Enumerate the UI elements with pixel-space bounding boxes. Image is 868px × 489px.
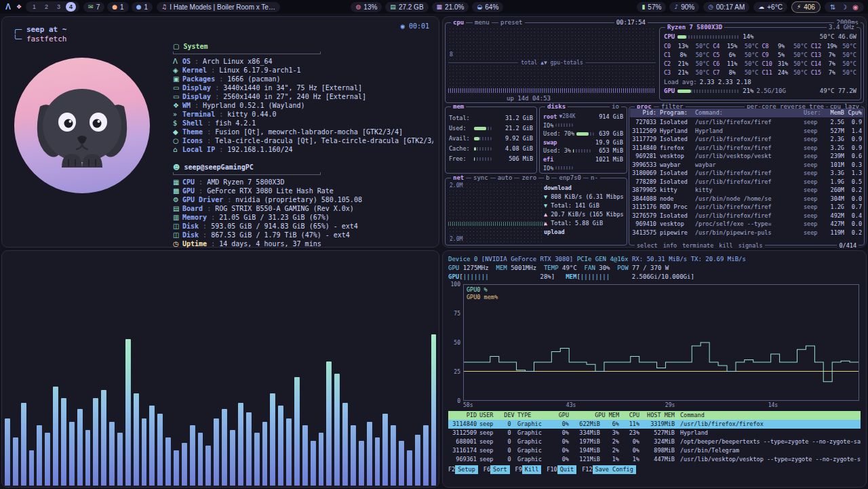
col-gpu[interactable]: GPU (550, 411, 569, 420)
cell-command: /usr/bin/Telegram (680, 446, 861, 455)
arch-logo-icon[interactable]: Λ (4, 2, 12, 12)
fkey-kill[interactable]: F9Kill (515, 465, 542, 474)
fkey-sort[interactable]: F6Sort (484, 465, 510, 474)
clock-widget[interactable]: ◷ 00:17 AM (703, 2, 749, 12)
gpu-process-row[interactable]: 969361seep0Graphic0%121MiB1%1%447MiB/usr… (448, 455, 861, 464)
process-row[interactable]: 3996533waybarwaybarseep101M0.3 (631, 161, 862, 170)
col-gpu-mem[interactable]: GPU MEM (569, 411, 619, 420)
process-row[interactable]: 3180069Isolated/usr/lib/firefox/firefsee… (631, 169, 862, 178)
mem-box-title[interactable]: mem (451, 103, 466, 111)
disks-box-title[interactable]: disks (545, 103, 568, 111)
memory-widget[interactable]: ▤27.2 GB (385, 2, 428, 12)
process-row[interactable]: 3844088node/usr/bin/node /home/seseep304… (631, 195, 862, 203)
net-tab-sync[interactable]: sync (471, 174, 490, 182)
apps-icon[interactable]: ❖ (16, 3, 22, 10)
net-tab-auto[interactable]: auto (496, 174, 515, 182)
io-tab[interactable]: io (610, 103, 621, 111)
fkey-quit[interactable]: F10Quit (547, 465, 576, 474)
process-row[interactable]: 969410vesktop/proc/self/exe --type=seep4… (631, 220, 862, 229)
network-icon[interactable]: ⇅ (830, 3, 835, 11)
workspace-button-2[interactable]: 2 (41, 2, 52, 12)
process-row[interactable]: 727033Isolated/usr/lib/firefox/firefseep… (631, 118, 862, 127)
col-dev[interactable]: DEV (501, 411, 517, 420)
cava-terminal[interactable] (1, 250, 439, 488)
info-label: Icons (182, 136, 203, 145)
process-row[interactable]: 3413575pipewire/usr/bin/pipewire-pulssee… (631, 229, 862, 237)
col-command[interactable]: Command (680, 411, 861, 420)
headset-battery-widget[interactable]: ▮57% (637, 2, 666, 12)
process-row[interactable]: 3117729Isolated/usr/lib/firefox/firefsee… (631, 135, 862, 144)
btop-terminal[interactable]: cpu menu preset 00:17:54 2000ms total ▲▼… (442, 16, 867, 248)
proc-col-user[interactable]: User: (804, 109, 824, 117)
workspace-button-4[interactable]: 4 (66, 2, 76, 12)
gpu-process-row[interactable]: 688001seep0Graphic0%197MiB2%0%324MiB/opt… (448, 437, 861, 446)
proc-action-kill[interactable]: kill (719, 242, 732, 249)
visualizer-bar-5 (45, 433, 50, 486)
proc-action-info[interactable]: info (663, 242, 677, 249)
workspace-button-1[interactable]: 1 (29, 2, 39, 12)
cpu-widget[interactable]: ▦21.0% (432, 2, 469, 12)
temperature-widget[interactable]: ◍13% (351, 2, 382, 12)
gpu-process-row[interactable]: 3116174seep0Graphic0%194MiB2%0%898MiB/us… (448, 446, 861, 455)
disk-widget[interactable]: ◒64% (472, 2, 503, 12)
col-cpu[interactable]: CPU (619, 411, 639, 420)
process-row[interactable]: 3879905kittykittyseep260M0.2 (631, 186, 862, 195)
process-row[interactable]: 3276579Isolated/usr/lib/firefox/firefsee… (631, 212, 862, 220)
power-icon[interactable]: ◉ (852, 3, 859, 11)
tray-messages[interactable]: ✉7 (83, 2, 104, 12)
net-tab-n[interactable]: n- (589, 174, 600, 182)
proc-col-command[interactable]: Command: (695, 109, 804, 117)
tray-mail[interactable]: ●1 (132, 2, 153, 12)
gpu-stats-line: GPU 1275MHz MEM 5001MHz TEMP 49°C FAN 30… (448, 264, 861, 273)
fastfetch-terminal[interactable]: ◉ 00:01 ╭─ seep at ~ ╰─ fastfetch (1, 16, 439, 248)
net-tab-enp7s0[interactable]: enp7s0 (557, 174, 583, 182)
fkey-setup[interactable]: F2Setup (448, 465, 478, 474)
volume-widget[interactable]: ♪90% (669, 2, 699, 12)
weather-widget[interactable]: ☁ +6°C (753, 2, 787, 12)
info-line-memory: ▥Memory : 21.05 GiB / 31.23 GiB (67%) (173, 213, 433, 222)
proc-col-memb[interactable]: MemB (824, 109, 844, 117)
gpu-process-row[interactable]: 3112509seep0Graphic0%334MiB3%23%527MiBHy… (448, 429, 861, 437)
col-pid[interactable]: PID (448, 411, 479, 420)
separator: : (207, 66, 219, 75)
proc-action-signals[interactable]: signals (738, 242, 763, 249)
proc-col-program[interactable]: Program: (660, 109, 695, 117)
net-tab-zero[interactable]: zero (519, 174, 538, 182)
process-row[interactable]: 778289Isolated/usr/lib/firefox/firefseep… (631, 178, 862, 187)
power-draw-widget[interactable]: ⚡ 406 (791, 1, 821, 13)
proc-action-select[interactable]: select (637, 242, 658, 249)
gpu-process-row[interactable]: 3114840seep0Graphic0%622MiB6%11%3319MiB/… (448, 420, 861, 429)
night-light-icon[interactable]: ☽ (841, 3, 847, 11)
col-user[interactable]: USER (479, 411, 501, 420)
net-box-title[interactable]: net (451, 174, 466, 182)
direction-arrow: ▲ (544, 211, 551, 218)
gpu-driver-icon: ⚙ (173, 195, 182, 204)
process-row[interactable]: 969281vesktop/usr/lib/vesktop/vesktseep2… (631, 152, 862, 161)
gauge-label: GPU (448, 273, 459, 281)
menu-button[interactable]: menu (473, 19, 492, 26)
proc-col-pid[interactable]: Pid: (631, 109, 660, 117)
nvtop-token: POW (617, 265, 632, 271)
section-gap (173, 154, 433, 162)
preset-button[interactable]: preset (498, 19, 525, 26)
disk-value: 914 GiB (599, 113, 623, 121)
cell: /usr/bin/pipewire-puls (695, 229, 804, 237)
nvtop-terminal[interactable]: Device 0 [NVIDIA GeForce RTX 3080] PCIe … (442, 250, 867, 488)
process-row[interactable]: 3114840firefox/usr/lib/firefox/firefseep… (631, 144, 862, 153)
proc-action-terminate[interactable]: terminate (682, 242, 713, 249)
col-type[interactable]: TYPE (517, 411, 550, 420)
process-row[interactable]: 3112509HyprlandHyprlandseep527M1.4 (631, 127, 862, 136)
cpu-box-title[interactable]: cpu (451, 19, 466, 26)
section-title: System (183, 42, 208, 51)
fkey-save-config[interactable]: F12Save Config (582, 465, 636, 474)
info-label: Shell (182, 119, 203, 128)
cell: 2.5G (824, 118, 844, 127)
music-widget[interactable]: ♫ I Hate Models | Boiler Room x Te… (157, 2, 280, 12)
proc-col-cpu%[interactable]: Cpu% (844, 109, 862, 117)
tray-updates[interactable]: ●1 (107, 2, 128, 12)
col-host-mem[interactable]: HOST MEM (639, 411, 675, 420)
process-row[interactable]: 3115176RDD Proc/usr/lib/firefox/firefsee… (631, 203, 862, 212)
core-temp: 50°C (696, 42, 709, 51)
net-tab-b[interactable]: b (544, 174, 551, 182)
workspace-button-3[interactable]: 3 (54, 2, 64, 12)
